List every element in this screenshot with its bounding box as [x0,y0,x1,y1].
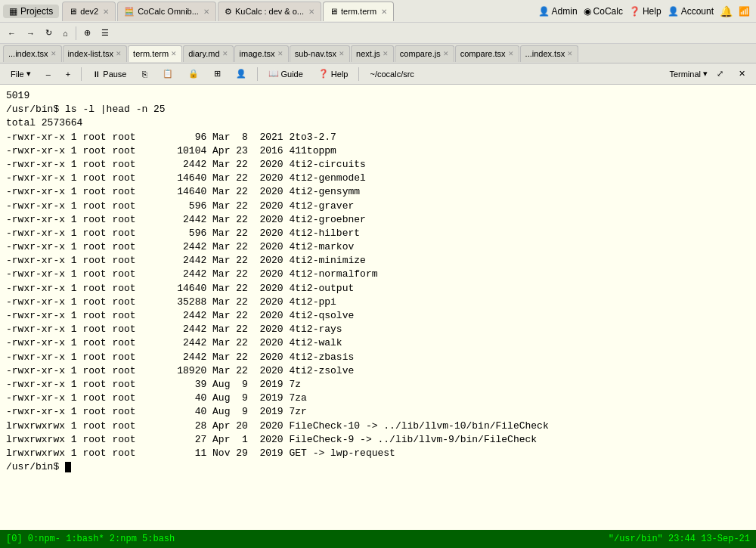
file-tab-sub-nav-tsx[interactable]: sub-nav.tsx✕ [290,45,350,62]
file-tab-close-icon[interactable]: ✕ [567,50,573,57]
tab-dev2[interactable]: 🖥dev2✕ [62,2,116,21]
file-tab-close-icon[interactable]: ✕ [51,50,57,57]
file-tab-close-icon[interactable]: ✕ [222,50,228,57]
file-tab-label: ...index.tsx [525,49,565,58]
file-tab-index-tsx2[interactable]: ...index.tsx✕ [520,45,579,62]
file-tab-close-icon[interactable]: ✕ [383,50,389,57]
help-label: Help [331,70,349,79]
cocalc-menu[interactable]: ◉ CoCalc [584,6,623,17]
file-tab-close-icon[interactable]: ✕ [116,50,122,57]
terminal-line: -rwxr-xr-x 1 root root 2442 Mar 22 2020 … [6,323,750,336]
file-tab-close-icon[interactable]: ✕ [277,50,284,57]
back-icon: ← [8,29,16,38]
paste-icon: 📋 [163,69,173,79]
list-icon: ☰ [101,28,109,38]
help-icon: ❓ [318,69,329,79]
tab-close-icon[interactable]: ✕ [308,8,314,16]
home-icon: ⌂ [63,29,68,38]
file-tab-next-js[interactable]: next.js✕ [351,45,394,62]
file-dropdown[interactable]: File ▾ [5,67,37,80]
projects-button[interactable]: ▦ Projects [3,5,59,18]
add-terminal-button[interactable]: + [60,68,76,80]
paste-button[interactable]: 📋 [156,67,179,80]
lock-icon: 🔒 [188,69,199,79]
tab-cocalc-omnib[interactable]: 🧮CoCalc Omnib...✕ [117,2,216,21]
person-icon: 👤 [538,6,550,17]
minimize-button[interactable]: – [40,68,57,80]
file-tab-label: ...index.tsx [8,49,48,58]
file-tab-image-tsx[interactable]: image.tsx✕ [234,45,289,62]
file-tab-term-term[interactable]: term.term✕ [128,45,182,62]
file-tab-compare-tsx[interactable]: compare.tsx✕ [455,45,519,62]
file-tab-close-icon[interactable]: ✕ [339,50,345,57]
copy-icon: ⎘ [142,70,147,79]
account-menu[interactable]: 👤 Account [668,6,714,17]
expand-icon: ⤢ [717,69,723,79]
file-tab-close-icon[interactable]: ✕ [443,50,449,57]
file-tab-label: compare.js [400,49,441,58]
user-icon: 👤 [236,69,246,79]
bookmark-button[interactable]: ⊕ [79,26,95,39]
close-terminal-button[interactable]: ✕ [733,67,751,80]
terminal-line: lrwxrwxrwx 1 root root 28 Apr 20 2020 Fi… [6,420,750,433]
action-separator-2 [257,67,258,81]
terminal-line: -rwxr-xr-x 1 root root 2442 Mar 22 2020 … [6,309,750,323]
expand-button[interactable]: ⤢ [711,67,730,80]
file-tab-compare-js[interactable]: compare.js✕ [395,45,454,62]
guide-button[interactable]: 📖 Guide [262,67,309,80]
terminal-output[interactable]: 5019/usr/bin$ ls -l |head -n 25total 257… [0,85,756,530]
file-tab-index-list-tsx[interactable]: index-list.tsx✕ [63,45,128,62]
close-icon: ✕ [739,69,745,79]
tab-icon: 🖥 [69,7,77,16]
pause-label: Pause [103,70,126,79]
notifications-bell[interactable]: 🔔 [720,5,733,17]
dropdown-icon: ▾ [26,69,31,79]
status-bar: [0] 0:npm- 1:bash* 2:npm 5:bash "/usr/bi… [0,530,756,548]
user-button[interactable]: 👤 [230,67,253,80]
tab-label: dev2 [80,7,98,16]
file-tab-index-tsx[interactable]: ...index.tsx✕ [3,45,62,62]
help-icon: ❓ [629,6,640,17]
back-button[interactable]: ← [3,27,20,39]
pause-button[interactable]: ⏸ Pause [86,68,132,80]
cocalc-icon: ◉ [584,6,591,17]
help-menu[interactable]: ❓ Help [629,6,662,17]
file-tab-label: compare.tsx [460,49,506,58]
file-tab-label: next.js [356,49,380,58]
terminal-line: -rwxr-xr-x 1 root root 40 Aug 9 2019 7za [6,392,750,405]
terminal-line: -rwxr-xr-x 1 root root 2442 Mar 22 2020 … [6,240,750,254]
copy-button[interactable]: ⎘ [136,68,153,80]
tab-term-term[interactable]: 🖥term.term✕ [323,2,394,21]
terminal-line: lrwxrwxrwx 1 root root 27 Apr 1 2020 Fil… [6,433,750,447]
refresh-button[interactable]: ↻ [41,26,57,39]
account-label: Account [681,6,714,17]
file-tab-diary-md[interactable]: diary.md✕ [183,45,233,62]
lock-button[interactable]: 🔒 [182,67,205,80]
file-tab-label: diary.md [188,49,219,58]
file-label: File [11,70,24,79]
tab-label: CoCalc Omnib... [138,7,199,16]
tab-close-icon[interactable]: ✕ [381,8,387,16]
bell-icon: 🔔 [720,5,733,17]
bookmark-list-button[interactable]: ☰ [97,26,113,39]
account-avatar: 👤 [668,6,679,17]
forward-button[interactable]: → [22,27,39,39]
terminal-mode-selector[interactable]: Terminal ▾ [669,69,708,79]
file-tab-close-icon[interactable]: ✕ [171,50,177,57]
tab-close-icon[interactable]: ✕ [203,8,209,16]
tab-kucalc[interactable]: ⚙KuCalc : dev & o...✕ [218,2,321,21]
home-button[interactable]: ⌂ [58,27,73,39]
terminal-line: -rwxr-xr-x 1 root root 96 Mar 8 2021 2to… [6,131,750,144]
action-bar: File ▾ – + ⏸ Pause ⎘ 📋 🔒 ⊞ 👤 📖 Guide ❓ H… [0,63,756,85]
wifi-status: 📶 [739,6,750,17]
file-tabs: ...index.tsx✕index-list.tsx✕term.term✕di… [0,44,756,63]
tab-close-icon[interactable]: ✕ [103,8,109,16]
admin-menu[interactable]: 👤 Admin [538,6,578,17]
terminal-line: -rwxr-xr-x 1 root root 39 Aug 9 2019 7z [6,378,750,392]
terminal-line: -rwxr-xr-x 1 root root 2442 Mar 22 2020 … [6,254,750,268]
terminal-line: lrwxrwxrwx 1 root root 11 Nov 29 2019 GE… [6,447,750,460]
file-tab-close-icon[interactable]: ✕ [508,50,514,57]
cursor [65,462,71,472]
help-button[interactable]: ❓ Help [312,67,355,80]
grid-button[interactable]: ⊞ [208,67,227,80]
